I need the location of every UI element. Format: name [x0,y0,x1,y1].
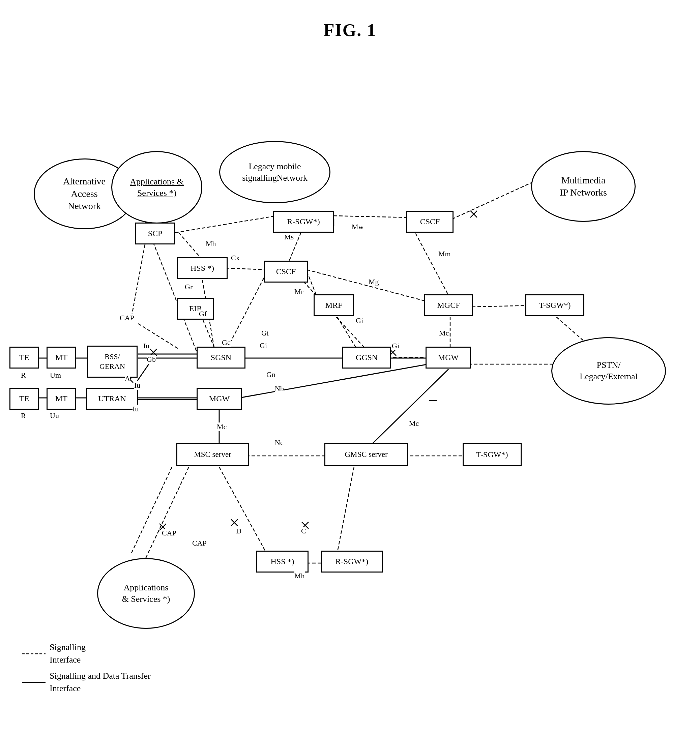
box-t-sgw-top: T-SGW*) [525,294,584,316]
page-title: FIG. 1 [0,0,700,40]
diagram: Alternative Access Network Applications … [0,61,700,684]
label-mw: Mw [352,223,364,231]
box-te-top: TE [9,346,39,368]
box-ggsn: GGSN [342,346,391,368]
svg-line-8 [452,182,533,219]
box-mt-top: MT [47,346,76,368]
label-mr: Mr [294,287,304,296]
label-a: A [125,374,130,383]
svg-line-40 [371,369,449,445]
label-nb: Nb [275,385,284,393]
label-iu1: Iu [143,342,150,350]
box-cscf-top: CSCF [406,211,453,233]
label-cx: Cx [231,254,240,262]
svg-line-18 [472,305,530,307]
svg-line-54 [231,519,238,526]
ellipse-multimedia: Multimedia IP Networks [531,151,635,222]
svg-line-57 [470,211,477,217]
svg-line-44 [150,349,157,356]
label-iu2: Iu [134,381,140,390]
label-gc: Gc [222,338,230,347]
svg-line-13 [307,272,317,297]
legend-label-signalling: SignallingInterface [50,641,86,666]
svg-line-25 [145,467,189,560]
box-cscf-mid: CSCF [264,261,308,283]
svg-line-2 [132,244,145,317]
svg-line-27 [337,467,354,553]
label-d: D [236,527,241,536]
label-ms: Ms [284,233,294,241]
label-gr: Gr [185,283,192,291]
svg-line-45 [150,349,157,356]
svg-line-55 [231,519,238,526]
box-bss-geran: BSS/GERAN [87,346,138,378]
svg-line-9 [226,268,266,270]
label-mh2: Mh [294,571,305,580]
legend: SignallingInterface Signalling and Data … [22,641,151,697]
svg-line-5 [175,216,276,233]
svg-line-15 [337,317,356,347]
legend-item-data: Signalling and Data TransferInterface [22,670,151,694]
svg-line-3 [179,233,202,260]
legend-line-dashed [22,650,45,658]
ellipse-app-services-top: Applications & Services *) [111,151,202,223]
box-hss-bot: HSS *) [256,550,308,572]
label-gb: Gb [147,355,156,364]
ellipse-pstn: PSTN/ Legacy/External [551,337,666,405]
box-hss-top: HSS *) [177,257,227,279]
label-mc1: Mc [439,329,449,338]
legend-item-signalling: SignallingInterface [22,641,151,666]
box-r-sgw-top: R-SGW*) [273,211,334,233]
box-te-bot: TE [9,388,39,410]
box-mgcf: MGCF [424,294,473,316]
svg-line-19 [556,317,583,341]
box-t-sgw-bot: T-SGW*) [462,443,522,466]
label-iu3: Iu [132,405,139,413]
label-gi-ggsn-cscf: Gi [261,329,269,338]
label-um: Um [50,371,61,380]
svg-line-38 [239,364,428,398]
label-r1: R [21,371,26,380]
box-mgw-left: MGW [197,388,242,410]
label-mm: Mm [438,250,451,258]
label-gn: Gn [266,370,276,379]
box-mgw-right: MGW [426,346,471,368]
label-gf: Gf [199,310,207,318]
label-mc3: Mc [409,419,419,428]
ellipse-app-services-bottom: Applications & Services *) [97,558,195,629]
box-scp: SCP [135,223,175,244]
legend-line-solid [22,679,45,686]
label-mg: Mg [368,277,379,286]
box-mt-bot: MT [47,388,76,410]
box-mrf: MRF [314,294,354,316]
svg-line-56 [470,211,477,217]
label-nc: Nc [275,438,283,447]
label-cap1: CAP [120,314,134,322]
box-r-sgw-bot: R-SGW*) [321,550,383,572]
svg-line-7 [334,216,408,217]
svg-line-26 [219,467,266,553]
ellipse-legacy-mobile: Legacy mobile signallingNetwork [219,141,330,203]
label-cap2: CAP [162,529,176,537]
label-cap3: CAP [192,539,207,548]
box-sgsn: SGSN [197,346,245,368]
box-eir: EIR [177,298,214,320]
legend-label-data: Signalling and Data TransferInterface [50,670,151,694]
box-msc-server: MSC server [176,443,249,466]
label-r2: R [21,411,26,420]
label-gi-mrf: Gi [356,316,363,325]
box-gmsc-server: GMSC server [324,443,408,466]
box-utran: UTRAN [86,388,138,410]
svg-line-29 [132,467,172,553]
label-gi2: Gi [392,342,399,350]
label-uu: Uu [50,411,59,420]
label-c: C [301,527,306,536]
label-mh1: Mh [206,239,216,248]
label-gi1: Gi [260,341,267,350]
label-mc2: Mc [217,423,227,431]
